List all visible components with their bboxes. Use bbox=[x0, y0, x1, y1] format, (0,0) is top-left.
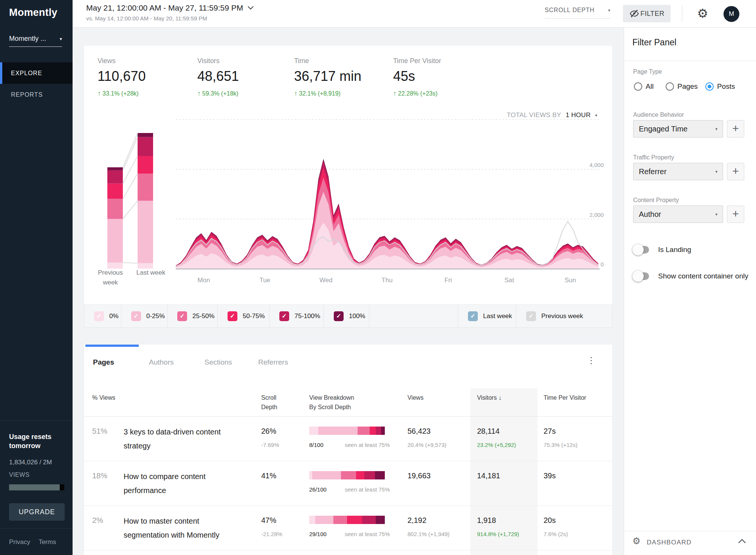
tab-referrers[interactable]: Referrers bbox=[258, 358, 288, 366]
header-pct-views[interactable]: % Views bbox=[92, 393, 115, 402]
main-content: Views110,670↑33.1% (+28k)Visitors48,651↑… bbox=[73, 28, 624, 555]
radio-all[interactable]: All bbox=[634, 82, 654, 91]
date-range-selector[interactable]: May 21, 12:00:00 AM - May 27, 11:59:59 P… bbox=[86, 3, 254, 22]
dashboard-gear-icon[interactable]: ⚙ bbox=[632, 536, 641, 546]
table-menu-kebab-icon[interactable]: ⋮ bbox=[587, 355, 596, 366]
legend-band-100pct[interactable]: ✓100% bbox=[324, 305, 369, 327]
svg-text:4,000: 4,000 bbox=[589, 162, 604, 168]
legend-band-label: 0-25% bbox=[146, 312, 165, 320]
table-row[interactable]: 18%How to compare content performance41%… bbox=[84, 461, 612, 506]
checkbox-checked-icon[interactable]: ✓ bbox=[334, 311, 344, 321]
upgrade-button[interactable]: UPGRADE bbox=[9, 503, 65, 521]
divider bbox=[624, 60, 756, 61]
table-row[interactable]: 51%3 keys to data-driven content strateg… bbox=[84, 417, 612, 461]
sidebar-item-explore[interactable]: EXPLORE bbox=[0, 62, 73, 84]
toggle-knob bbox=[632, 271, 644, 282]
radio-posts[interactable]: Posts bbox=[705, 82, 735, 91]
radio-pages[interactable]: Pages bbox=[666, 82, 698, 91]
sidebar-item-reports[interactable]: REPORTS bbox=[0, 84, 73, 105]
cell-breakdown-note: seen at least 75% bbox=[345, 442, 390, 448]
scroll-depth-breakdown-bar bbox=[309, 471, 385, 479]
stat-value: 36,717 min bbox=[294, 68, 361, 84]
views-by-hour-area-chart: 02,0004,000MonTueWedThuFriSatSun bbox=[176, 117, 605, 291]
toggle-is-landing[interactable]: Is Landing bbox=[634, 246, 691, 254]
stat-value: 48,651 bbox=[197, 68, 239, 84]
stat-change: ↑32.1% (+8,919) bbox=[294, 90, 361, 97]
chevron-up-icon[interactable] bbox=[738, 539, 746, 544]
traffic-property-select[interactable]: Referrer▾ bbox=[633, 163, 723, 180]
scroll-depth-breakdown-bar bbox=[309, 427, 385, 435]
header-scroll-depth[interactable]: Scroll Depth bbox=[261, 393, 277, 412]
stat-label: Visitors bbox=[197, 57, 239, 65]
cell-page-title[interactable]: How to master content segmentation with … bbox=[124, 514, 242, 542]
table-row[interactable]: 2%How to master content segmentation wit… bbox=[84, 506, 612, 550]
legend-spacer bbox=[369, 305, 458, 327]
cell-breakdown-ratio: 26/100 bbox=[309, 486, 327, 493]
checkbox-checked-icon[interactable]: ✓ bbox=[131, 311, 141, 321]
cell-scroll-depth: 47% bbox=[261, 516, 276, 525]
filter-panel: Filter Panel Page Type AllPagesPosts Aud… bbox=[624, 28, 756, 555]
stat-change: ↑22.28% (+23s) bbox=[393, 90, 441, 97]
brand-logo: Momently bbox=[9, 7, 57, 19]
legend-band-label: 50-75% bbox=[243, 312, 265, 320]
toggle-off-icon[interactable] bbox=[634, 246, 649, 254]
cell-page-title[interactable]: How to compare content performance bbox=[124, 470, 242, 498]
privacy-link[interactable]: Privacy bbox=[9, 538, 30, 546]
legend-band-0pct[interactable]: ✓0% bbox=[84, 305, 121, 327]
dashboard-label[interactable]: DASHBOARD bbox=[647, 539, 692, 546]
breakdown-segment bbox=[312, 471, 341, 479]
content-property-select[interactable]: Author▾ bbox=[633, 206, 723, 223]
legend-band-25-50pct[interactable]: ✓25-50% bbox=[167, 305, 218, 327]
workspace-selector[interactable]: Momently ... ▾ bbox=[9, 35, 62, 47]
select-value: Author bbox=[639, 210, 661, 219]
toggle-off-icon[interactable] bbox=[634, 272, 649, 280]
tab-authors[interactable]: Authors bbox=[149, 358, 174, 366]
user-avatar[interactable]: M bbox=[723, 6, 739, 22]
tab-pages[interactable]: Pages bbox=[93, 358, 114, 366]
select-value: Engaged Time bbox=[639, 125, 688, 133]
checkbox-checked-icon[interactable]: ✓ bbox=[228, 311, 237, 321]
legend-previous-week[interactable]: ✓Previous week bbox=[516, 305, 612, 327]
stat-change: ↑59.3% (+18k) bbox=[197, 90, 239, 97]
content-property-add-button[interactable]: + bbox=[727, 206, 744, 223]
usage-progress-fill bbox=[9, 484, 60, 490]
cell-scroll-change: -21.28% bbox=[261, 531, 282, 537]
topbar: May 21, 12:00:00 AM - May 27, 11:59:59 P… bbox=[73, 0, 756, 28]
tab-sections[interactable]: Sections bbox=[204, 358, 232, 366]
checkbox-checked-icon[interactable]: ✓ bbox=[468, 311, 478, 321]
svg-text:Tue: Tue bbox=[259, 277, 270, 284]
cell-breakdown-note: seen at least 75% bbox=[345, 531, 390, 537]
breakdown-segment bbox=[315, 516, 333, 524]
checkbox-checked-icon[interactable]: ✓ bbox=[94, 311, 104, 321]
chevron-down-icon: ▾ bbox=[715, 169, 717, 174]
checkbox-checked-icon[interactable]: ✓ bbox=[177, 311, 187, 321]
stat-visitors: Visitors48,651↑59.3% (+18k) bbox=[197, 46, 239, 97]
overlay-metric-dropdown[interactable]: SCROLL DEPTH ▾ bbox=[545, 7, 610, 19]
settings-gear-icon[interactable]: ⚙ bbox=[697, 5, 708, 22]
svg-text:Fri: Fri bbox=[445, 277, 452, 284]
legend-band-75-100pct[interactable]: ✓75-100% bbox=[270, 305, 324, 327]
legend-week-label: Previous week bbox=[541, 312, 583, 320]
header-time-per-visitor[interactable]: Time Per Visitor bbox=[544, 393, 586, 402]
header-visitors[interactable]: Visitors ↓ bbox=[477, 393, 502, 402]
audience-behavior-select[interactable]: Engaged Time▾ bbox=[633, 120, 723, 138]
breakdown-segment bbox=[356, 471, 364, 479]
checkbox-checked-icon[interactable]: ✓ bbox=[279, 311, 289, 321]
filter-toggle-button[interactable]: FILTER bbox=[623, 5, 671, 22]
checkbox-checked-icon[interactable]: ✓ bbox=[526, 311, 536, 321]
toggle-show-content-container-only[interactable]: Show content container only bbox=[634, 272, 748, 280]
stat-label: Time Per Visitor bbox=[393, 57, 441, 65]
cell-visitors: 1,918 bbox=[477, 516, 496, 525]
cell-page-title[interactable]: 3 keys to data-driven content strategy bbox=[124, 425, 242, 453]
terms-link[interactable]: Terms bbox=[39, 538, 56, 546]
previous-week-bar-label: Previous week bbox=[92, 268, 129, 288]
legend-band-0-25pct[interactable]: ✓0-25% bbox=[121, 305, 167, 327]
chevron-down-icon: ▾ bbox=[715, 127, 717, 131]
breakdown-segment bbox=[309, 516, 315, 524]
header-views[interactable]: Views bbox=[407, 393, 423, 402]
audience-behavior-add-button[interactable]: + bbox=[727, 120, 744, 138]
legend-last-week[interactable]: ✓Last week bbox=[458, 305, 516, 327]
traffic-property-add-button[interactable]: + bbox=[727, 163, 744, 180]
legend-band-50-75pct[interactable]: ✓50-75% bbox=[218, 305, 270, 327]
breakdown-segment bbox=[376, 427, 381, 435]
